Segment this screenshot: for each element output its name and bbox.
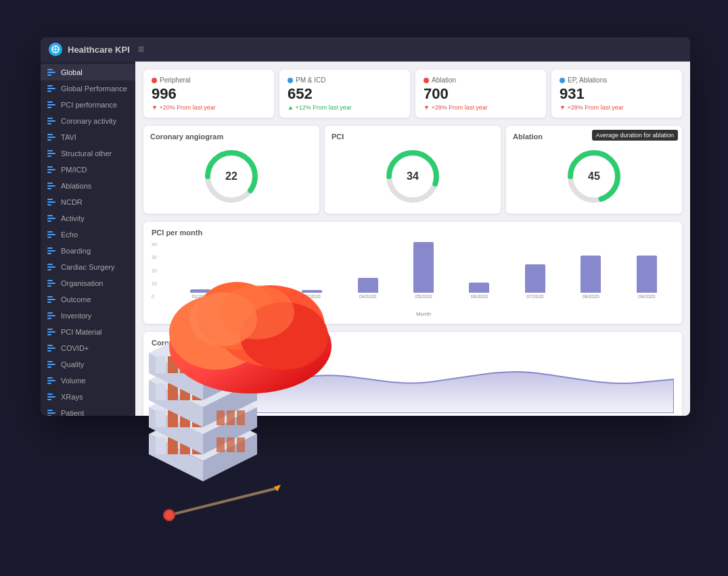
donut-chart-0: Coronary angiogram 22 (143, 126, 319, 214)
sidebar-item-label: COVID+ (61, 344, 89, 352)
bar (246, 291, 267, 293)
sidebar-item-label: NCDR (61, 198, 83, 206)
bar (358, 278, 378, 293)
bar-col-1: 02/2020 (229, 242, 283, 299)
svg-rect-20 (168, 437, 178, 454)
bar-label: 05/2020 (415, 294, 432, 299)
bar-chart-icon (47, 118, 57, 124)
sidebar-item-covid[interactable]: COVID+ (41, 340, 135, 356)
svg-marker-17 (203, 434, 257, 481)
sidebar-item-pm-icd[interactable]: PM/ICD (41, 162, 135, 178)
main-content: Peripheral 996 ▼ +20% From last year PM … (135, 62, 690, 416)
sidebar-item-label: Cardiac Surgery (61, 263, 114, 271)
donut-wrapper: 34 (386, 149, 440, 203)
sidebar-item-structural-other[interactable]: Structural other (41, 145, 135, 162)
app-title: Healthcare KPI (68, 45, 130, 55)
sidebar-item-quality[interactable]: Quality (41, 356, 135, 373)
bar-col-2: 03/2020 (285, 242, 339, 299)
kpi-dot (424, 78, 429, 83)
kpi-label: EP, Ablations (560, 76, 674, 84)
kpi-change: ▼ +28% From last year (560, 104, 674, 111)
sidebar-item-organisation[interactable]: Organisation (41, 275, 135, 291)
menu-icon[interactable]: ≡ (138, 43, 144, 55)
sidebar-item-volume[interactable]: Volume (41, 373, 135, 389)
sidebar-item-activity[interactable]: Activity (41, 210, 135, 226)
donut-container: 45 (513, 146, 675, 207)
sidebar-item-label: Inventory (61, 312, 91, 320)
kpi-dot (152, 78, 157, 83)
sidebar-item-xrays[interactable]: XRays (41, 389, 135, 405)
kpi-value: 996 (152, 87, 266, 101)
bar-label: 08/2020 (583, 294, 599, 299)
sidebar-item-global[interactable]: Global (41, 64, 135, 80)
bar-chart-area: 01/2020 02/2020 03/2020 04/2020 05/2020 … (173, 242, 674, 310)
svg-marker-52 (274, 485, 281, 491)
bar-chart-icon (47, 410, 57, 416)
kpi-value: 652 (288, 87, 402, 101)
sidebar-item-coronary-activity[interactable]: Coronary activity (41, 113, 135, 129)
svg-marker-16 (149, 434, 203, 481)
bar-chart-icon (47, 345, 57, 352)
sidebar-item-inventory[interactable]: Inventory (41, 308, 135, 324)
sidebar-item-pci-material[interactable]: PCI Material (41, 324, 135, 340)
bar-chart-icon (47, 69, 57, 76)
sidebar-item-label: XRays (61, 393, 83, 401)
sidebar-item-label: Outcome (61, 295, 91, 304)
sidebar-item-ncdr[interactable]: NCDR (41, 194, 135, 210)
donut-value: 45 (588, 170, 600, 183)
bar-chart-icon (47, 183, 57, 189)
pencil-graphic (156, 481, 291, 522)
sidebar-item-label: Quality (61, 360, 84, 368)
bar (190, 289, 210, 293)
dashboard-window: Healthcare KPI ≡ GlobalGlobal Performanc… (41, 37, 690, 416)
donut-chart-2: Average duration for ablation Ablation 4… (506, 126, 682, 214)
bar-col-3: 04/2020 (340, 242, 394, 299)
bar-col-8: 09/2020 (620, 242, 674, 299)
bar-chart-icon (47, 85, 57, 92)
sidebar-item-boarding[interactable]: Boarding (41, 243, 135, 259)
sidebar-item-outcome[interactable]: Outcome (41, 291, 135, 308)
kpi-label: Peripheral (152, 76, 266, 84)
sidebar-item-pci-performance[interactable]: PCI performance (41, 97, 135, 113)
bar-label: 06/2020 (471, 294, 488, 299)
area-chart-title: Coronary angiogram p... (152, 339, 674, 347)
chart-title: PCI (332, 133, 494, 141)
kpi-label-text: Ablation (432, 76, 456, 84)
bar (302, 290, 322, 293)
bar-chart-icon (47, 247, 57, 254)
kpi-change: ▼ +28% From last year (424, 104, 538, 111)
app-logo (49, 43, 62, 56)
sidebar-item-label: PCI performance (61, 101, 117, 109)
kpi-card-2: Ablation 700 ▼ +28% From last year (415, 70, 546, 118)
bar-chart-icon (47, 215, 57, 222)
svg-rect-45 (227, 437, 235, 452)
sidebar: GlobalGlobal PerformancePCI performanceC… (41, 62, 135, 416)
bar-label: 04/2020 (359, 294, 376, 299)
bar-chart-icon (47, 199, 57, 206)
sidebar-item-echo[interactable]: Echo (41, 226, 135, 243)
kpi-label: PM & ICD (288, 76, 402, 84)
kpi-label-text: PM & ICD (296, 76, 325, 84)
bar-chart-icon (47, 150, 57, 157)
sidebar-item-ablations[interactable]: Ablations (41, 178, 135, 194)
sidebar-item-label: Patient (61, 409, 84, 416)
bar-chart-title: PCI per month (152, 229, 674, 237)
bar-label: 02/2020 (248, 294, 265, 299)
bar-chart-icon (47, 312, 57, 319)
sidebar-item-tavi[interactable]: TAVI (41, 129, 135, 145)
area-chart-section: Coronary angiogram p... 50 30 10 0 (143, 332, 682, 416)
bar-chart-icon (47, 280, 57, 287)
bar-col-7: 08/2020 (564, 242, 618, 299)
bar-label: 03/2020 (303, 294, 320, 299)
bar-chart-icon (47, 361, 57, 368)
sidebar-item-label: Global (61, 68, 83, 76)
bar (413, 242, 434, 293)
donut-container: 22 (150, 146, 313, 207)
sidebar-item-global-performance[interactable]: Global Performance (41, 80, 135, 97)
sidebar-item-patient[interactable]: Patient (41, 405, 135, 416)
svg-rect-21 (180, 437, 190, 454)
bar-label: 01/2020 (192, 294, 209, 299)
sidebar-item-label: Structural other (61, 149, 112, 158)
sidebar-item-cardiac-surgery[interactable]: Cardiac Surgery (41, 259, 135, 275)
svg-rect-46 (237, 437, 245, 452)
